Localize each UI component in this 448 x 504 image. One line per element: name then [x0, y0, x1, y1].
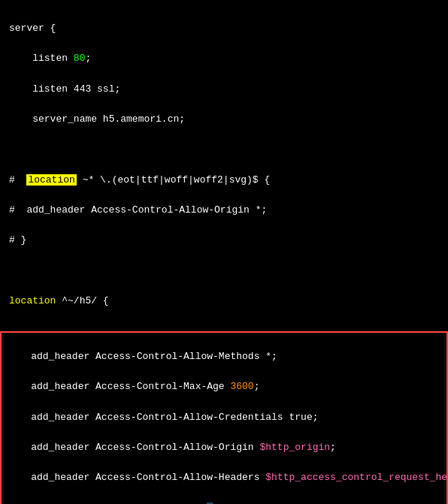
- code-editor: server { listen 80; listen 443 ssl; serv…: [0, 0, 448, 330]
- line-location2: location ^~/h5/ {: [9, 294, 439, 309]
- line-server-name: server_name h5.amemori.cn;: [9, 112, 439, 127]
- line-max-age: add_header Access-Control-Max-Age 3600;: [8, 379, 440, 394]
- line-server: server {: [9, 21, 439, 36]
- line-comment-location: # location ~* \.(eot|ttf|woff|woff2|svg)…: [9, 173, 439, 188]
- line-methods: add_header Access-Control-Allow-Methods …: [8, 349, 440, 364]
- line-blank1: [9, 142, 439, 157]
- highlighted-section: add_header Access-Control-Allow-Methods …: [0, 331, 448, 504]
- line-comment-brace: # }: [9, 233, 439, 248]
- line-blank2: [9, 263, 439, 278]
- location-highlight-1: location: [26, 174, 76, 186]
- line-if-request: if ($request_method = OPTIONS){: [8, 501, 440, 505]
- line-listen-ssl: listen 443 ssl;: [9, 82, 439, 97]
- line-comment-add-header: # add_header Access-Control-Allow-Origin…: [9, 203, 439, 218]
- highlighted-code: add_header Access-Control-Allow-Methods …: [5, 334, 443, 504]
- line-allow-origin: add_header Access-Control-Allow-Origin $…: [8, 440, 440, 455]
- line-credentials: add_header Access-Control-Allow-Credenti…: [8, 410, 440, 425]
- line-listen-80: listen 80;: [9, 51, 439, 66]
- line-allow-headers: add_header Access-Control-Allow-Headers …: [8, 470, 440, 485]
